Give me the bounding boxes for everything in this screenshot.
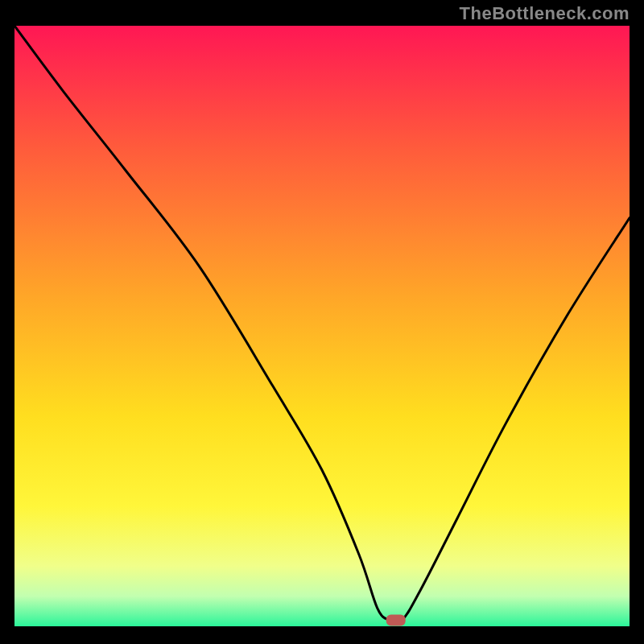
optimal-marker <box>386 615 406 626</box>
chart-frame: TheBottleneck.com <box>0 0 644 644</box>
gradient-background <box>14 26 630 626</box>
plot-area <box>14 26 630 626</box>
watermark-text: TheBottleneck.com <box>460 3 630 24</box>
bottleneck-chart <box>14 26 630 626</box>
